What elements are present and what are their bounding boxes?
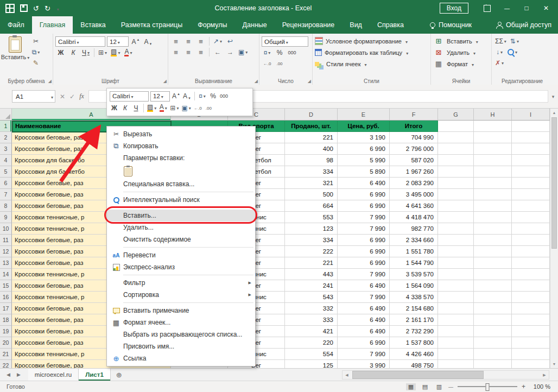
cell-price[interactable]: 5 990 <box>338 155 390 166</box>
sheet-tab[interactable]: microexcel.ru <box>28 369 79 381</box>
mini-borders-button[interactable] <box>169 103 179 113</box>
redo-icon[interactable]: ↻ <box>45 5 50 12</box>
cell-total[interactable]: 587 020 <box>390 155 438 166</box>
cell-empty[interactable] <box>438 178 474 189</box>
cell-empty[interactable] <box>474 314 512 326</box>
align-top-button[interactable] <box>170 36 181 46</box>
previous-sheet-icon[interactable] <box>7 372 10 377</box>
cell-empty[interactable] <box>438 292 474 303</box>
cell-empty[interactable] <box>512 246 550 257</box>
row-header[interactable]: 16 <box>0 292 12 303</box>
zoom-in-button[interactable] <box>522 383 525 390</box>
minimize-button[interactable] <box>498 0 516 16</box>
cell-empty[interactable] <box>438 257 474 269</box>
cell-price[interactable]: 6 490 <box>338 326 390 337</box>
ribbon-tab[interactable]: Разметка страницы <box>113 16 190 34</box>
row-header[interactable]: 14 <box>0 269 12 280</box>
undo-icon[interactable]: ↺ <box>33 5 39 12</box>
italic-button[interactable]: К <box>68 48 79 58</box>
cell-total[interactable]: 4 426 460 <box>390 349 438 360</box>
column-header-i[interactable]: I <box>512 109 550 121</box>
row-header[interactable]: 6 <box>0 178 12 189</box>
cell-empty[interactable] <box>438 246 474 257</box>
context-menu-item[interactable]: Фильтр <box>107 277 255 289</box>
mini-comma-button[interactable]: 000 <box>219 91 229 101</box>
cell-empty[interactable] <box>474 143 512 155</box>
confirm-entry-icon[interactable] <box>69 93 75 100</box>
cell-empty[interactable] <box>438 200 474 212</box>
column-header-d[interactable]: D <box>285 109 338 121</box>
cell-styles-button[interactable]: Стили ячеек <box>315 58 428 69</box>
context-menu-item[interactable] <box>107 164 255 178</box>
ribbon-tab[interactable]: Вид <box>342 16 370 34</box>
cell-empty[interactable] <box>438 143 474 155</box>
cell-empty[interactable] <box>474 189 512 200</box>
cell-empty[interactable] <box>438 349 474 360</box>
row-header[interactable]: 9 <box>0 212 12 223</box>
cell-empty[interactable] <box>438 303 474 314</box>
cell-empty[interactable] <box>512 132 550 143</box>
cell-total[interactable]: 3 539 570 <box>390 269 438 280</box>
normal-view-button[interactable] <box>406 383 416 390</box>
cell-empty[interactable] <box>438 269 474 280</box>
mini-accounting-button[interactable] <box>198 91 207 101</box>
mini-font-color-button[interactable]: А <box>158 103 168 113</box>
row-header[interactable]: 10 <box>0 223 12 235</box>
cell-total[interactable]: 2 083 290 <box>390 178 438 189</box>
zoom-level[interactable]: 100 % <box>530 383 550 390</box>
cell-qty[interactable]: 221 <box>285 257 338 269</box>
paste-button[interactable]: Вставить <box>2 35 28 68</box>
font-color-button[interactable]: А <box>123 48 134 58</box>
cell-empty[interactable] <box>474 280 512 292</box>
cell-empty[interactable] <box>438 235 474 246</box>
row-header[interactable]: 8 <box>0 200 12 212</box>
cell-qty[interactable]: 98 <box>285 155 338 166</box>
sort-filter-button[interactable] <box>509 36 520 46</box>
column-header-h[interactable]: H <box>474 109 512 121</box>
mini-merge-button[interactable] <box>181 103 191 113</box>
cell-empty[interactable] <box>512 326 550 337</box>
cell-empty[interactable] <box>474 155 512 166</box>
cell-qty[interactable]: 123 <box>285 223 338 235</box>
mini-bold-button[interactable]: Ж <box>110 103 119 113</box>
cell-qty[interactable]: 333 <box>285 314 338 326</box>
dialog-launcher-icon[interactable] <box>48 79 52 84</box>
zoom-out-button[interactable] <box>448 383 453 390</box>
cell-empty[interactable] <box>474 166 512 178</box>
cell-qty[interactable]: 664 <box>285 200 338 212</box>
scroll-left-icon[interactable] <box>343 373 351 377</box>
horizontal-scrollbar-thumb[interactable] <box>352 371 484 379</box>
scroll-down-icon[interactable] <box>550 360 558 368</box>
cell-total[interactable]: 1 564 090 <box>390 280 438 292</box>
number-format-select[interactable]: Общий <box>262 36 308 47</box>
cell-total[interactable]: 2 334 660 <box>390 235 438 246</box>
cell-empty[interactable] <box>438 223 474 235</box>
cell-total[interactable]: 3 495 000 <box>390 189 438 200</box>
cell-empty[interactable] <box>474 200 512 212</box>
cell-total[interactable]: 2 154 680 <box>390 303 438 314</box>
cell-total[interactable]: 1 537 800 <box>390 337 438 349</box>
cell-empty[interactable] <box>474 178 512 189</box>
cell-total[interactable]: 498 750 <box>390 360 438 368</box>
font-name-select[interactable]: Calibri <box>55 36 105 47</box>
cell-total[interactable]: 2 796 000 <box>390 143 438 155</box>
cell-qty[interactable]: 125 <box>285 360 338 368</box>
share-button[interactable]: Общий доступ <box>496 16 558 34</box>
context-menu-item[interactable]: Вставить примечание <box>107 305 255 317</box>
orientation-button[interactable] <box>212 36 223 46</box>
cell-empty[interactable] <box>512 143 550 155</box>
mini-percent-button[interactable]: % <box>208 91 218 101</box>
mini-shrink-font-button[interactable]: А <box>182 91 192 101</box>
cell-price[interactable]: 3 990 <box>338 360 390 368</box>
header-cell-total[interactable]: Итого <box>390 121 438 132</box>
format-cells-button[interactable]: Формат <box>433 58 489 69</box>
grow-font-button[interactable]: А <box>130 37 141 47</box>
tell-me-assistant[interactable]: Помощник <box>430 16 472 34</box>
row-header[interactable]: 2 <box>0 132 12 143</box>
cell-total[interactable]: 1 551 780 <box>390 246 438 257</box>
ribbon-tab[interactable]: Справка <box>370 16 411 34</box>
page-break-view-button[interactable] <box>434 383 444 390</box>
vertical-scrollbar-thumb[interactable] <box>551 117 557 249</box>
copy-button[interactable] <box>30 47 41 57</box>
cell-total[interactable]: 704 990 <box>390 132 438 143</box>
